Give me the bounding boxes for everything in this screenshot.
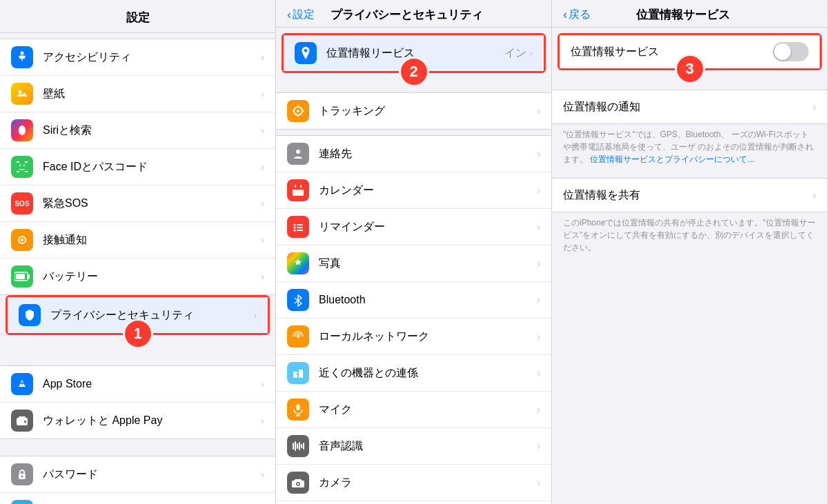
notification-label: 位置情報の通知 — [563, 100, 813, 114]
location-info-text: "位置情報サービス"では、GPS、Bluetooth、 ーズのWi-Fiスポット… — [552, 124, 827, 172]
list-item[interactable]: メール › — [0, 493, 275, 504]
chevron-icon: › — [537, 477, 540, 488]
tracking-icon — [287, 100, 309, 122]
privacy-highlighted-wrapper: プライバシーとセキュリティ › 1 — [6, 295, 270, 335]
sos-icon: SOS — [11, 192, 33, 214]
share-location-item[interactable]: 位置情報を共有 › — [552, 179, 827, 212]
svg-point-8 — [23, 165, 25, 166]
item-label: ローカルネットワーク — [319, 330, 537, 344]
svg-rect-16 — [24, 421, 26, 423]
list-item[interactable]: 接触通知 › — [0, 222, 275, 259]
panel-settings: 設定 アクセシビリティ › — [0, 0, 276, 504]
item-label: Bluetooth — [319, 294, 537, 306]
list-item[interactable]: App Store › — [0, 366, 275, 403]
chevron-icon: › — [261, 234, 264, 245]
calendar-item[interactable]: 15 カレンダー › — [276, 172, 551, 209]
step2-circle: 2 — [399, 57, 429, 87]
item-label: カメラ — [319, 476, 537, 490]
item-label: バッテリー — [43, 270, 261, 284]
calendar-icon: 15 — [287, 179, 309, 201]
accessibility-icon — [11, 46, 33, 68]
health-item[interactable]: ヘルスケア › — [276, 501, 551, 504]
notification-section: 位置情報の通知 › — [552, 90, 827, 124]
battery-icon — [11, 265, 33, 288]
local-network-icon — [287, 325, 309, 347]
svg-rect-13 — [16, 274, 25, 279]
chevron-icon: › — [253, 310, 257, 321]
svg-point-35 — [294, 227, 296, 229]
location-toggle[interactable] — [773, 42, 809, 61]
svg-point-23 — [297, 110, 299, 112]
list-item[interactable]: ウォレットと Apple Pay › — [0, 403, 275, 439]
contacts-item[interactable]: 連絡先 › — [276, 136, 551, 172]
svg-rect-50 — [299, 442, 300, 450]
panel3-back-button[interactable]: ‹ 戻る — [563, 8, 591, 22]
location-icon — [295, 42, 317, 64]
svg-rect-12 — [28, 274, 30, 279]
tracking-item[interactable]: トラッキング › — [276, 93, 551, 129]
chevron-icon: › — [537, 258, 540, 269]
toggle-knob — [774, 43, 791, 60]
panel3-title: 位置情報サービス — [591, 7, 775, 23]
item-label: ウォレットと Apple Pay — [43, 414, 261, 428]
svg-point-7 — [19, 165, 21, 166]
svg-rect-48 — [295, 441, 296, 451]
chevron-icon: › — [537, 148, 540, 159]
list-item[interactable]: バッテリー › — [0, 259, 275, 294]
svg-rect-38 — [297, 227, 303, 228]
panel1-scroll[interactable]: アクセシビリティ › 壁紙 › — [0, 33, 275, 504]
speech-item[interactable]: 音声認識 › — [276, 428, 551, 465]
microphone-item[interactable]: マイク › — [276, 392, 551, 428]
chevron-icon: › — [261, 198, 264, 209]
chevron-icon: › — [537, 105, 540, 117]
panel3-scroll[interactable]: 位置情報サービス 3 位置情報の通知 › "位置情報サービス"では、GPS、Bl… — [552, 28, 827, 504]
step3-circle: 3 — [675, 54, 705, 84]
panel2-scroll[interactable]: 位置情報リービス イン › 2 — [276, 28, 551, 504]
list-item[interactable]: アクセシビリティ › — [0, 39, 275, 76]
svg-point-21 — [304, 49, 308, 52]
local-network-item[interactable]: ローカルネットワーク › — [276, 319, 551, 355]
item-label: Face IDとパスコード — [43, 160, 261, 174]
chevron-icon: › — [537, 331, 540, 342]
item-label: 緊急SOS — [43, 196, 261, 211]
chevron-icon: › — [537, 221, 540, 232]
nearby-item[interactable]: 近くの機器との連係 › — [276, 355, 551, 392]
svg-rect-6 — [25, 171, 28, 172]
reminders-item[interactable]: リマインダー › — [276, 209, 551, 245]
panel-location: ‹ 戻る 位置情報サービス 位置情報サービス 3 位置情報の通知 › — [552, 0, 828, 504]
svg-point-40 — [297, 335, 299, 338]
list-item[interactable]: Face IDとパスコード › — [0, 149, 275, 185]
notification-item[interactable]: 位置情報の通知 › — [552, 90, 827, 123]
back-label: 戻る — [569, 8, 591, 22]
list-item[interactable]: SOS 緊急SOS › — [0, 185, 275, 222]
bluetooth-item[interactable]: Bluetooth › — [276, 282, 551, 319]
contacts2-icon — [287, 143, 309, 165]
back-label: 設定 — [293, 8, 315, 22]
panel1-bot-section: パスワード › メール › — [0, 456, 275, 504]
photos-icon — [287, 252, 309, 274]
item-label: カレンダー — [319, 183, 537, 198]
photos-item[interactable]: 写真 › — [276, 245, 551, 282]
camera-item[interactable]: カメラ › — [276, 465, 551, 501]
panel2-title: プライバシーとセキュリティ — [315, 7, 499, 23]
siri-icon — [11, 119, 33, 141]
svg-rect-51 — [301, 444, 302, 448]
chevron-icon: › — [261, 125, 264, 136]
speech-icon — [287, 435, 309, 457]
item-label: 音声認識 — [319, 439, 537, 454]
svg-rect-43 — [296, 374, 297, 375]
privacy-icon — [19, 304, 41, 326]
info-link[interactable]: 位置情報サービスとプライバシーについて... — [590, 154, 754, 164]
reminders-icon — [287, 216, 309, 238]
panel1-top-section: アクセシビリティ › 壁紙 › — [0, 39, 275, 295]
list-item[interactable]: パスワード › — [0, 456, 275, 493]
item-label: 写真 — [319, 256, 537, 271]
item-label: トラッキング — [319, 104, 537, 119]
location-highlighted-wrapper: 位置情報リービス イン › 2 — [282, 33, 546, 73]
chevron-icon: › — [813, 190, 816, 201]
list-item[interactable]: 壁紙 › — [0, 76, 275, 112]
panel2-back-button[interactable]: ‹ 設定 — [287, 8, 315, 22]
svg-rect-42 — [299, 370, 303, 378]
svg-point-34 — [294, 224, 296, 226]
list-item[interactable]: Siriと検索 › — [0, 112, 275, 149]
